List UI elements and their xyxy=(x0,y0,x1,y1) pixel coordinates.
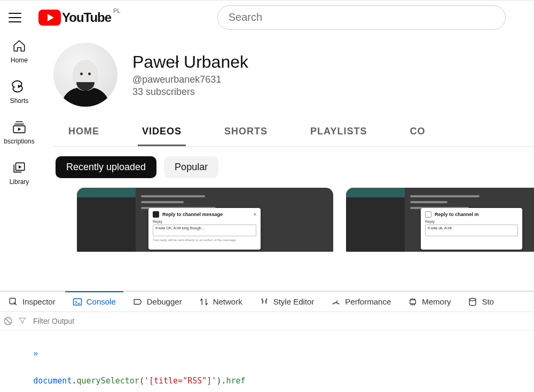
video-thumbnail[interactable]: Reply to channel m Reply It was ok. A bi… xyxy=(346,188,534,252)
performance-icon xyxy=(331,297,341,307)
devtools-tab-console[interactable]: Console xyxy=(65,291,123,311)
devtools-tab-style-editor[interactable]: Style Editor xyxy=(252,292,322,311)
thumb-dialog-preview: Reply to channel m Reply It was ok. A bi… xyxy=(421,208,522,250)
nav-subscriptions[interactable]: bscriptions xyxy=(0,119,38,145)
masthead: YouTube PL xyxy=(0,0,534,34)
sort-chips: Recently uploaded Popular xyxy=(53,147,534,188)
devtools-tabs: Inspector Console Debugger Network Style… xyxy=(0,292,534,312)
channel-subscribers: 33 subscribers xyxy=(132,86,248,98)
chip-popular[interactable]: Popular xyxy=(164,156,218,178)
devtools-tab-network[interactable]: Network xyxy=(192,292,250,311)
tab-home[interactable]: HOME xyxy=(64,117,104,146)
home-icon xyxy=(12,38,27,53)
channel-name: Paweł Urbanek xyxy=(132,52,248,72)
hamburger-menu-button[interactable] xyxy=(9,11,21,24)
thumb-dialog-preview: Reply to channel message× Reply It was O… xyxy=(148,208,261,250)
video-grid: Reply to channel message× Reply It was O… xyxy=(53,188,534,252)
search-input[interactable] xyxy=(229,11,494,23)
region-code: PL xyxy=(113,7,120,14)
filter-icon xyxy=(18,316,28,326)
video-thumbnail[interactable]: Reply to channel message× Reply It was O… xyxy=(77,188,333,252)
console-filter-input[interactable] xyxy=(33,317,531,325)
channel-avatar[interactable] xyxy=(53,43,117,107)
console-output[interactable]: » document.querySelector('[title="RSS"]'… xyxy=(0,330,534,392)
devtools-tab-storage[interactable]: Sto xyxy=(460,292,501,311)
svg-point-5 xyxy=(469,298,476,301)
clear-console-button[interactable] xyxy=(3,316,13,326)
memory-icon xyxy=(408,297,418,307)
devtools-tab-memory[interactable]: Memory xyxy=(400,292,458,311)
channel-handle: @paweurbanek7631 xyxy=(132,74,248,85)
subscriptions-icon xyxy=(12,119,27,134)
svg-rect-3 xyxy=(73,299,81,305)
channel-main: Paweł Urbanek @paweurbanek7631 33 subscr… xyxy=(38,34,534,291)
youtube-wordmark: YouTube xyxy=(62,10,111,25)
inspector-icon xyxy=(9,297,18,307)
devtools-tab-performance[interactable]: Performance xyxy=(324,292,398,311)
style-editor-icon xyxy=(260,297,269,307)
storage-icon xyxy=(468,297,477,307)
left-nav-rail: Home Shorts bscriptions Library xyxy=(0,34,38,291)
console-icon xyxy=(73,297,82,307)
shorts-icon xyxy=(12,79,27,94)
channel-header: Paweł Urbanek @paweurbanek7631 33 subscr… xyxy=(53,34,534,107)
tab-shorts[interactable]: SHORTS xyxy=(220,117,272,146)
devtools-filter-row xyxy=(0,312,534,330)
tab-videos[interactable]: VIDEOS xyxy=(138,117,186,146)
youtube-logo[interactable]: YouTube PL xyxy=(38,10,121,26)
search-box[interactable] xyxy=(217,5,506,30)
devtools-tab-inspector[interactable]: Inspector xyxy=(1,292,63,311)
channel-tabs: HOME VIDEOS SHORTS PLAYLISTS CO xyxy=(53,117,534,147)
devtools-tab-debugger[interactable]: Debugger xyxy=(125,292,190,311)
network-icon xyxy=(199,297,209,307)
nav-home[interactable]: Home xyxy=(0,38,38,64)
tab-playlists[interactable]: PLAYLISTS xyxy=(306,117,371,146)
nav-shorts[interactable]: Shorts xyxy=(0,79,38,105)
chip-recently-uploaded[interactable]: Recently uploaded xyxy=(56,156,156,178)
svg-rect-4 xyxy=(410,300,416,304)
library-icon xyxy=(12,160,27,175)
console-prompt-icon: » xyxy=(33,349,38,358)
devtools-panel: Inspector Console Debugger Network Style… xyxy=(0,291,534,392)
youtube-icon xyxy=(38,10,61,26)
debugger-icon xyxy=(133,297,143,307)
nav-library[interactable]: Library xyxy=(0,160,38,186)
tab-community[interactable]: CO xyxy=(405,117,429,146)
